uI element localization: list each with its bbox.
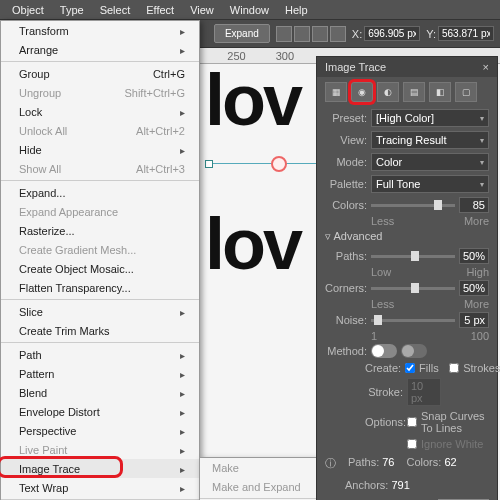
paths-label: Paths: xyxy=(325,250,367,262)
corners-value[interactable]: 50% xyxy=(459,280,489,296)
menu-pattern[interactable]: Pattern xyxy=(1,364,199,383)
view-label: View: xyxy=(325,134,367,146)
align-icon-2[interactable] xyxy=(294,26,310,42)
mode-label: Mode: xyxy=(325,156,367,168)
noise-value[interactable]: 5 px xyxy=(459,312,489,328)
menu-arrange[interactable]: Arrange xyxy=(1,40,199,59)
expand-button[interactable]: Expand xyxy=(214,24,270,43)
view-select[interactable]: Tracing Result xyxy=(371,131,489,149)
menu-showall: Show AllAlt+Ctrl+3 xyxy=(1,159,199,178)
preset-low-icon[interactable]: ◐ xyxy=(377,82,399,102)
menu-hide[interactable]: Hide xyxy=(1,140,199,159)
close-icon[interactable]: × xyxy=(483,61,489,73)
ignore-white-checkbox xyxy=(407,439,417,449)
method-abutting[interactable] xyxy=(371,344,397,358)
artwork-text-1[interactable]: lov xyxy=(205,64,300,136)
menu-lock[interactable]: Lock xyxy=(1,102,199,121)
palette-select[interactable]: Full Tone xyxy=(371,175,489,193)
menu-expand-appearance: Expand Appearance xyxy=(1,202,199,221)
menu-trim-marks[interactable]: Create Trim Marks xyxy=(1,321,199,340)
panel-title: Image Trace xyxy=(325,61,386,73)
menu-path[interactable]: Path xyxy=(1,345,199,364)
menu-transform[interactable]: Transform xyxy=(1,21,199,40)
noise-slider[interactable] xyxy=(371,319,455,322)
palette-label: Palette: xyxy=(325,178,367,190)
align-icon-1[interactable] xyxy=(276,26,292,42)
create-label: Create: xyxy=(365,362,401,374)
corners-label: Corners: xyxy=(325,282,367,294)
y-label: Y: xyxy=(426,28,436,40)
align-icon-3[interactable] xyxy=(312,26,328,42)
object-menu: Transform Arrange GroupCtrl+G UngroupShi… xyxy=(0,20,200,500)
menu-perspective[interactable]: Perspective xyxy=(1,421,199,440)
menu-envelope[interactable]: Envelope Distort xyxy=(1,402,199,421)
colors-value[interactable]: 85 xyxy=(459,197,489,213)
submenu-make-expand: Make and Expand xyxy=(200,477,323,496)
preset-outline-icon[interactable]: ▢ xyxy=(455,82,477,102)
x-label: X: xyxy=(352,28,362,40)
menu-group[interactable]: GroupCtrl+G xyxy=(1,64,199,83)
menu-image-trace[interactable]: Image Trace Make Make and Expand Release… xyxy=(1,459,199,478)
method-overlap[interactable] xyxy=(401,344,427,358)
strokes-checkbox[interactable] xyxy=(449,363,459,373)
preset-label: Preset: xyxy=(325,112,367,124)
snap-checkbox[interactable] xyxy=(407,417,417,427)
stroke-value: 10 px xyxy=(407,378,441,406)
noise-label: Noise: xyxy=(325,314,367,326)
advanced-toggle[interactable]: Advanced xyxy=(317,227,497,246)
preset-auto-icon[interactable]: ▦ xyxy=(325,82,347,102)
menu-livepaint: Live Paint xyxy=(1,440,199,459)
menu-window[interactable]: Window xyxy=(222,2,277,18)
menu-object[interactable]: Object xyxy=(4,2,52,18)
preset-gray-icon[interactable]: ▤ xyxy=(403,82,425,102)
menu-slice[interactable]: Slice xyxy=(1,302,199,321)
preset-buttons: ▦ ◉ ◐ ▤ ◧ ▢ xyxy=(317,77,497,107)
y-input[interactable] xyxy=(438,26,494,41)
menu-object-mosaic[interactable]: Create Object Mosaic... xyxy=(1,259,199,278)
mode-select[interactable]: Color xyxy=(371,153,489,171)
menu-view[interactable]: View xyxy=(182,2,222,18)
x-input[interactable] xyxy=(364,26,420,41)
menu-blend[interactable]: Blend xyxy=(1,383,199,402)
menu-gradient-mesh: Create Gradient Mesh... xyxy=(1,240,199,259)
image-trace-submenu: Make Make and Expand Release Expand xyxy=(199,457,324,500)
colors-slider[interactable] xyxy=(371,204,455,207)
artwork-text-2[interactable]: lov xyxy=(205,208,300,280)
preset-bw-icon[interactable]: ◧ xyxy=(429,82,451,102)
info-row: ⓘ Paths: 76 Colors: 62 xyxy=(317,452,497,475)
menu-effect[interactable]: Effect xyxy=(138,2,182,18)
method-label: Method: xyxy=(325,345,367,357)
paths-slider[interactable] xyxy=(371,255,455,258)
menu-expand[interactable]: Expand... xyxy=(1,183,199,202)
fills-checkbox[interactable] xyxy=(405,363,415,373)
paths-value[interactable]: 50% xyxy=(459,248,489,264)
submenu-make: Make xyxy=(200,458,323,477)
menu-flatten[interactable]: Flatten Transparency... xyxy=(1,278,199,297)
menu-select[interactable]: Select xyxy=(92,2,139,18)
menu-unlockall: Unlock AllAlt+Ctrl+2 xyxy=(1,121,199,140)
menu-textwrap[interactable]: Text Wrap xyxy=(1,478,199,497)
image-trace-panel: Image Trace × ▦ ◉ ◐ ▤ ◧ ▢ Preset:[High C… xyxy=(316,56,498,500)
preset-select[interactable]: [High Color] xyxy=(371,109,489,127)
colors-label: Colors: xyxy=(325,199,367,211)
menu-help[interactable]: Help xyxy=(277,2,316,18)
menu-rasterize[interactable]: Rasterize... xyxy=(1,221,199,240)
stroke-label: Stroke: xyxy=(365,386,403,398)
menu-ungroup: UngroupShift+Ctrl+G xyxy=(1,83,199,102)
corners-slider[interactable] xyxy=(371,287,455,290)
menubar: Object Type Select Effect View Window He… xyxy=(0,0,500,20)
options-label: Options: xyxy=(365,416,403,428)
menu-type[interactable]: Type xyxy=(52,2,92,18)
preset-photo-icon[interactable]: ◉ xyxy=(351,82,373,102)
align-icon-4[interactable] xyxy=(330,26,346,42)
